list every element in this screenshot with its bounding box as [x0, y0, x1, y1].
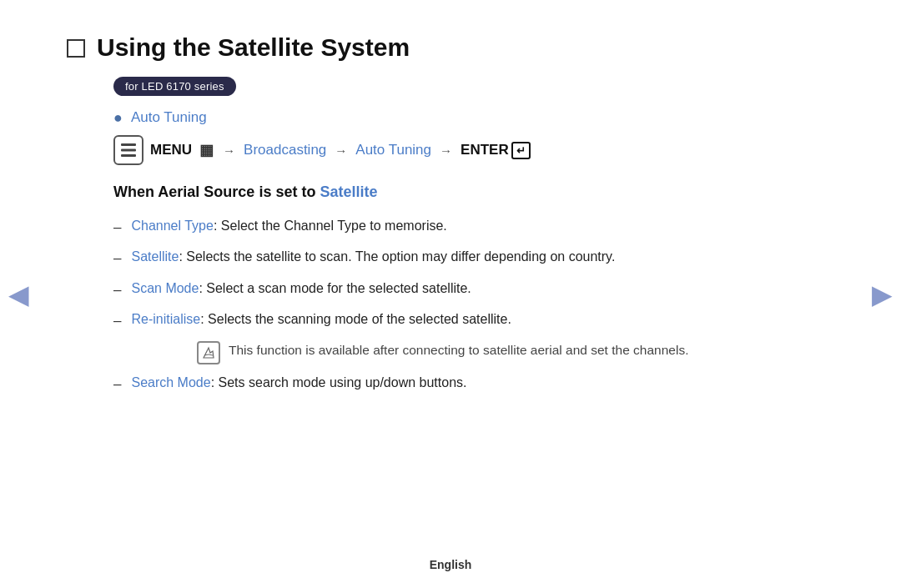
channel-type-text: Channel Type: Select the Channel Type to…	[131, 216, 446, 237]
dash-3: –	[113, 279, 121, 301]
dash-item-search-mode: – Search Mode: Sets search mode using up…	[113, 373, 834, 395]
search-mode-text: Search Mode: Sets search mode using up/d…	[131, 373, 466, 394]
dash-5: –	[113, 374, 121, 395]
reinitialise-text: Re-initialise: Selects the scanning mode…	[131, 309, 511, 330]
reinitialise-desc: Selects the scanning mode of the selecte…	[208, 312, 511, 326]
page-wrapper: Using the Satellite System for LED 6170 …	[0, 0, 901, 588]
page-title: Using the Satellite System	[97, 33, 410, 62]
search-mode-sep: :	[211, 375, 219, 389]
menu-icon	[113, 135, 143, 165]
dash-item-channel-type: – Channel Type: Select the Channel Type …	[113, 216, 834, 239]
arrow-3: →	[440, 143, 452, 158]
note-text: This function is available after connect…	[229, 340, 688, 361]
enter-icon: ↵	[511, 142, 531, 159]
nav-next-button[interactable]: ▶	[872, 279, 893, 310]
footer-language: English	[0, 558, 901, 571]
bullet-dot: ●	[113, 109, 123, 127]
menu-path-row: MENU ▦ → Broadcasting → Auto Tuning → EN…	[113, 135, 834, 165]
reinitialise-sep: :	[200, 312, 208, 326]
dash-item-reinitialise: – Re-initialise: Selects the scanning mo…	[113, 309, 834, 332]
bullet-section: ● Auto Tuning	[113, 109, 834, 127]
dash-2: –	[113, 248, 121, 269]
enter-label: ENTER	[461, 142, 509, 158]
auto-tuning-link: Auto Tuning	[355, 142, 431, 158]
scan-mode-sep: :	[199, 281, 206, 295]
search-mode-term: Search Mode	[131, 375, 210, 389]
scan-mode-term: Scan Mode	[131, 281, 199, 295]
dash-item-satellite: – Satellite: Selects the satellite to sc…	[113, 247, 834, 269]
dash-4: –	[113, 310, 121, 332]
dash-1: –	[113, 217, 121, 239]
scan-mode-text: Scan Mode: Select a scan mode for the se…	[131, 279, 471, 299]
satellite-text: Satellite: Selects the satellite to scan…	[131, 247, 615, 268]
svg-rect-0	[121, 143, 136, 146]
note-icon	[197, 341, 220, 364]
menu-bars-icon: ▦	[199, 141, 214, 159]
note-item: This function is available after connect…	[197, 340, 834, 364]
dash-item-scan-mode: – Scan Mode: Select a scan mode for the …	[113, 279, 834, 301]
subheading: When Aerial Source is set to Satellite	[113, 183, 834, 201]
subheading-text-before: When Aerial Source is set to	[113, 183, 320, 200]
svg-rect-1	[121, 149, 136, 152]
channel-type-sep: :	[214, 219, 221, 233]
reinitialise-term: Re-initialise	[131, 312, 200, 326]
subheading-satellite-link: Satellite	[320, 183, 377, 200]
broadcasting-link: Broadcasting	[244, 142, 326, 158]
nav-prev-button[interactable]: ◀	[8, 279, 29, 310]
channel-type-desc: Select the Channel Type to memorise.	[221, 219, 447, 233]
title-row: Using the Satellite System	[67, 33, 834, 62]
satellite-desc: Selects the satellite to scan. The optio…	[186, 249, 615, 264]
search-mode-desc: Sets search mode using up/down buttons.	[219, 375, 467, 389]
arrow-2: →	[335, 143, 347, 158]
title-checkbox	[67, 39, 85, 58]
enter-key: ENTER↵	[461, 142, 531, 159]
satellite-term: Satellite	[131, 249, 179, 264]
menu-text: MENU	[150, 142, 192, 158]
scan-mode-desc: Select a scan mode for the selected sate…	[206, 281, 471, 295]
auto-tuning-label: Auto Tuning	[131, 109, 207, 126]
arrow-1: →	[223, 143, 235, 158]
channel-type-term: Channel Type	[131, 219, 213, 233]
auto-tuning-bullet: ● Auto Tuning	[113, 109, 834, 127]
dash-list: – Channel Type: Select the Channel Type …	[113, 216, 834, 396]
satellite-sep: :	[179, 249, 186, 264]
series-badge: for LED 6170 series	[113, 77, 236, 96]
svg-rect-2	[121, 154, 136, 157]
